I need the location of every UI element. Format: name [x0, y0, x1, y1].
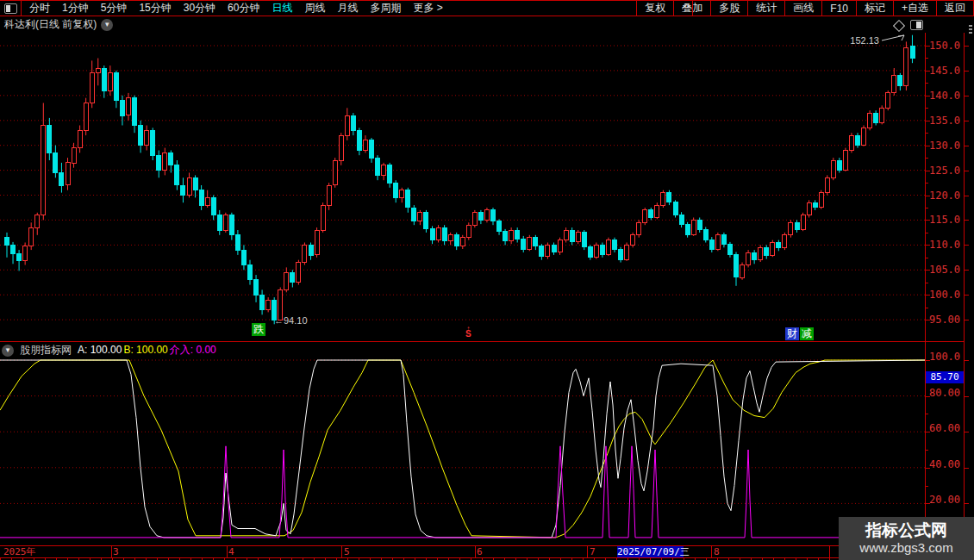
axis-tick-label: 120.0	[926, 190, 964, 202]
menu-item-tool[interactable]: +自选	[893, 1, 936, 16]
date-label: 4	[228, 546, 234, 557]
ex-rights-marker: ↑S	[465, 327, 471, 337]
tick-mark	[926, 133, 928, 134]
axis-tick-label: 115.0	[926, 214, 964, 226]
tick-mark	[926, 270, 930, 271]
axis-tick-label: 20.00	[926, 494, 964, 506]
tick-mark	[926, 414, 928, 414]
top-menu-bar: 分时1分钟5分钟15分钟30分钟60分钟日线周线月线多周期更多 > 复权叠加多股…	[0, 0, 974, 16]
current-value-badge: 85.70	[926, 371, 964, 383]
indicator-name: 股朋指标网	[20, 343, 72, 358]
svg-text:←94.10: ←94.10	[274, 315, 308, 326]
menu-item-period[interactable]: 更多 >	[407, 1, 448, 16]
tick-mark	[926, 108, 928, 109]
panel-toggle-icon	[4, 3, 17, 14]
month-separator	[711, 546, 712, 557]
axis-tick-label: 150.0	[926, 40, 964, 52]
axis-tick-label: 145.0	[926, 65, 964, 77]
indicator-header: ▾ 股朋指标网 A: 100.00B: 100.00介入: 0.00	[2, 343, 218, 358]
axis-tick-label: 125.0	[926, 165, 964, 177]
menu-item-tool[interactable]: F10	[821, 1, 856, 16]
chevron-glyph: ▾	[105, 21, 109, 28]
date-label: 6	[477, 546, 483, 557]
indicator-legend: A: 100.00B: 100.00介入: 0.00	[78, 343, 218, 358]
menu-item-period[interactable]: 1分钟	[56, 1, 95, 16]
date-label: 3	[113, 546, 119, 557]
diamond-marker-icon[interactable]	[893, 20, 905, 32]
tick-mark	[964, 295, 969, 296]
indicator-canvas	[0, 342, 925, 545]
date-label: 2025年	[3, 546, 36, 557]
tick-mark	[926, 96, 930, 96]
stock-app-window: 分时1分钟5分钟15分钟30分钟60分钟日线周线月线多周期更多 > 复权叠加多股…	[0, 0, 974, 560]
menu-item-period[interactable]: 多周期	[364, 1, 407, 16]
axis-tick-label: 40.00	[926, 458, 964, 470]
tick-mark	[964, 320, 969, 320]
tick-mark	[926, 183, 928, 184]
watermark-url: www.zbgs3.com	[859, 540, 952, 556]
tick-mark	[964, 71, 969, 72]
menu-item-tool[interactable]: 画线	[784, 1, 821, 16]
menu-item-tool[interactable]: 返回	[936, 1, 974, 16]
tick-mark	[926, 46, 930, 47]
menu-item-period[interactable]: 日线	[265, 1, 298, 16]
menu-divider	[692, 1, 693, 16]
menu-item-tool[interactable]: 复权	[636, 1, 673, 16]
indicator-legend-item: 介入: 0.00	[170, 344, 216, 356]
axis-tick-label: 100.0	[926, 289, 964, 301]
month-separator	[227, 546, 228, 557]
menu-item-period[interactable]: 30分钟	[178, 1, 222, 16]
tick-mark	[926, 158, 928, 159]
split-panel-icon[interactable]	[910, 20, 923, 30]
drop-flag: 跌	[252, 323, 265, 336]
tick-mark	[964, 220, 969, 221]
tick-mark	[926, 486, 928, 487]
tick-mark	[964, 196, 969, 196]
scrollbar-dashes-icon[interactable]	[969, 25, 972, 27]
menu-item-period[interactable]: 60分钟	[222, 1, 265, 16]
axis-tick-label: 130.0	[926, 140, 964, 152]
tick-mark	[926, 468, 930, 469]
candlestick-chart[interactable]: ←94.10152.13 跌↑S财减	[0, 33, 925, 341]
left-panel-toggle-button[interactable]	[0, 1, 22, 16]
tick-mark	[926, 220, 930, 221]
axis-tick-label: 140.0	[926, 90, 964, 102]
tick-mark	[926, 360, 930, 361]
menu-item-tool[interactable]: 多股	[710, 1, 747, 16]
axis-tick-label: 95.00	[926, 314, 964, 326]
tick-mark	[926, 258, 928, 258]
tick-mark	[964, 96, 969, 96]
month-separator	[829, 546, 830, 557]
menu-item-period[interactable]: 分时	[23, 1, 56, 16]
tick-mark	[964, 432, 969, 432]
month-separator	[341, 546, 342, 557]
axis-tick-label: 80.00	[926, 387, 964, 399]
date-label: 7	[590, 546, 596, 557]
chevron-down-icon[interactable]: ▾	[101, 19, 113, 31]
chart-title-row: 科达利(日线 前复权) ▾	[0, 16, 113, 33]
menu-item-period[interactable]: 15分钟	[133, 1, 177, 16]
price-axis: 150.0145.0140.0135.0130.0125.0120.0115.0…	[925, 33, 965, 341]
tick-mark	[926, 396, 930, 397]
tick-mark	[964, 360, 969, 361]
indicator-axis: 85.70 100.080.0060.0040.0020.00	[925, 341, 965, 545]
watermark-title: 指标公式网	[865, 521, 947, 540]
axis-tick-label: 135.0	[926, 115, 964, 127]
tick-mark	[926, 171, 930, 171]
tick-mark	[964, 503, 969, 504]
tick-mark	[926, 308, 928, 308]
menu-item-period[interactable]: 周线	[298, 1, 331, 16]
menu-item-tool[interactable]: 统计	[747, 1, 784, 16]
axis-tick-label: 105.0	[926, 264, 964, 276]
tick-mark	[926, 208, 928, 208]
date-axis: 2025年3456782025/07/09/三	[0, 545, 974, 558]
tick-mark	[926, 320, 930, 320]
axis-tick-label: 60.00	[926, 422, 964, 434]
indicator-chart[interactable]: ▾ 股朋指标网 A: 100.00B: 100.00介入: 0.00	[0, 341, 925, 545]
menu-item-period[interactable]: 月线	[331, 1, 364, 16]
menu-item-tool[interactable]: 标记	[856, 1, 893, 16]
menu-item-period[interactable]: 5分钟	[95, 1, 134, 16]
indicator-chevron-icon[interactable]: ▾	[2, 345, 14, 357]
indicator-legend-item: A: 100.00	[78, 344, 122, 356]
period-menu: 分时1分钟5分钟15分钟30分钟60分钟日线周线月线多周期更多 >	[23, 1, 449, 16]
